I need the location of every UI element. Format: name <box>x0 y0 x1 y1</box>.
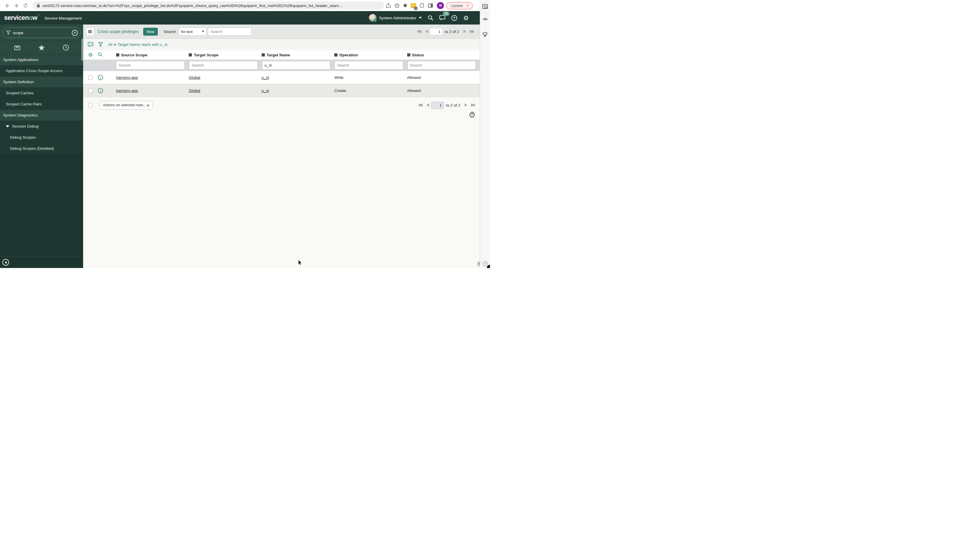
chrome-menu-icon[interactable]: ⋮ <box>466 4 469 7</box>
reload-icon[interactable] <box>22 2 29 9</box>
sidebar-scrollbar[interactable] <box>81 38 83 61</box>
settings-gear-icon[interactable]: ⚙ <box>463 15 469 21</box>
sidebar-item-scoped-caches[interactable]: Scoped Caches <box>0 88 83 99</box>
next-page-icon[interactable] <box>463 30 466 33</box>
sidebar-section-system-diagnostics[interactable]: System Diagnostics <box>0 110 83 121</box>
svg-text:?: ? <box>453 16 455 20</box>
cell-target-name-link[interactable]: u_st <box>262 75 269 80</box>
next-page-icon[interactable] <box>465 103 467 107</box>
column-search-toggle-icon[interactable] <box>98 52 116 58</box>
cell-source-scope-link[interactable]: harness-app <box>116 88 138 93</box>
side-panel-icon[interactable] <box>428 3 433 8</box>
lightbulb-icon[interactable] <box>482 31 488 38</box>
history-clock-icon[interactable] <box>63 45 69 51</box>
filter-navigator[interactable]: ✕ <box>2 27 81 38</box>
application-navigator: ✕ System Applications Application Cross-… <box>0 24 83 268</box>
all-applications-icon[interactable] <box>14 45 21 51</box>
list-action-bar: Actions on selected rows... ∨ to 2 of 2 <box>83 100 480 110</box>
bookmark-star-icon[interactable] <box>395 3 399 8</box>
clear-filter-icon[interactable]: ✕ <box>72 30 78 36</box>
breadcrumb-all-link[interactable]: All <box>108 42 112 47</box>
first-page-icon[interactable] <box>417 30 422 33</box>
response-time-icon[interactable] <box>469 111 475 119</box>
list-context-menu-button[interactable] <box>86 28 94 36</box>
list-title-link[interactable]: Cross scope privileges <box>98 29 139 34</box>
record-info-icon[interactable]: i <box>98 88 116 93</box>
navigator-filter-input[interactable] <box>13 31 69 35</box>
forward-icon[interactable] <box>13 2 20 9</box>
sidebar-item-scoped-cache-pairs[interactable]: Scoped Cache Pairs <box>0 99 83 110</box>
cell-target-scope-link[interactable]: Global <box>189 88 200 93</box>
page-number-input[interactable] <box>430 28 443 35</box>
rail-help-icon[interactable]: ? <box>483 261 488 266</box>
extension-flower-icon[interactable]: ❋ <box>403 3 407 9</box>
extension-yellow-icon[interactable]: •••3 <box>410 3 416 8</box>
list-search-input[interactable] <box>208 28 252 36</box>
select-all-checkbox[interactable] <box>88 103 93 107</box>
reader-view-icon[interactable] <box>482 3 488 10</box>
sidebar-section-system-definition[interactable]: System Definition <box>0 77 83 88</box>
filter-operation-input[interactable] <box>334 61 403 70</box>
new-record-button[interactable]: New <box>143 28 158 36</box>
filter-navigator-wrap: ✕ <box>0 24 83 41</box>
collapse-sidebar-button[interactable] <box>2 259 9 266</box>
filter-target-name-input[interactable] <box>262 61 330 70</box>
share-icon[interactable] <box>386 3 391 8</box>
chrome-update-button[interactable]: Update ⋮ <box>446 2 473 10</box>
sidebar-item-debug-scopes[interactable]: Debug Scopes <box>0 132 83 143</box>
breadcrumb-filter-link[interactable]: Target Name starts with u_st <box>118 42 167 47</box>
cell-target-scope-link[interactable]: Global <box>189 75 200 80</box>
previous-page-icon[interactable] <box>426 103 429 107</box>
browser-profile-avatar[interactable]: N <box>437 2 444 9</box>
filter-target-scope-input[interactable] <box>189 61 257 70</box>
sidebar-section-system-applications[interactable]: System Applications <box>0 54 83 65</box>
back-icon[interactable] <box>3 2 11 9</box>
page-number-input[interactable] <box>431 102 444 109</box>
user-menu[interactable]: System Administrator <box>369 14 422 22</box>
column-header-source-scope[interactable]: Source Scope <box>116 53 189 57</box>
actions-on-selected-rows-select[interactable]: Actions on selected rows... ∨ <box>100 101 153 110</box>
sidebar-item-application-cross-scope-access[interactable]: Application Cross-Scope Access <box>0 65 83 77</box>
cell-target-name-link[interactable]: u_st <box>262 88 269 93</box>
column-menu-icon <box>407 53 410 54</box>
cell-operation: Create <box>334 88 407 93</box>
row-checkbox[interactable] <box>88 75 93 80</box>
cell-source-scope-link[interactable]: harness-app <box>116 75 138 80</box>
breadcrumb-filter-icon[interactable] <box>98 42 103 47</box>
app-header: servicenow™ Service Management System Ad… <box>0 11 480 24</box>
column-header-target-scope[interactable]: Target Scope <box>189 53 261 57</box>
corner-widget[interactable] <box>487 265 490 268</box>
last-page-icon[interactable] <box>470 30 474 33</box>
column-menu-icon <box>334 53 337 54</box>
column-header-status[interactable]: Status <box>407 53 480 57</box>
last-page-icon[interactable] <box>471 103 476 107</box>
global-search-icon[interactable] <box>428 15 433 21</box>
sidebar-item-debug-scopes-detailed[interactable]: Debug Scopes (Detailed) <box>0 143 83 154</box>
column-header-operation[interactable]: Operation <box>334 53 407 57</box>
bottom-pagination: to 2 of 2 <box>418 102 476 109</box>
filter-source-scope-input[interactable] <box>116 61 185 70</box>
previous-page-icon[interactable] <box>425 30 428 33</box>
favorites-star-icon[interactable] <box>38 45 45 51</box>
list-toolbar: Cross scope privileges New Search for te… <box>83 24 480 39</box>
code-panel-icon[interactable]: </> <box>483 17 487 21</box>
search-type-select[interactable]: for text <box>179 28 207 36</box>
scrollbar-nub[interactable] <box>477 262 480 266</box>
list-personalize-gear-icon[interactable]: ⚙ <box>88 52 93 57</box>
top-pagination: to 2 of 2 <box>417 28 474 35</box>
navigator-tabs <box>0 41 83 54</box>
svg-text:i: i <box>100 89 101 92</box>
column-header-target-name[interactable]: Target Name <box>262 53 334 57</box>
row-checkbox[interactable] <box>88 88 93 93</box>
page-range-label: to 2 of 2 <box>445 29 459 34</box>
first-page-icon[interactable] <box>418 103 423 107</box>
extensions-puzzle-icon[interactable] <box>420 3 425 8</box>
conversations-icon[interactable]: 75 <box>439 15 445 21</box>
filter-status-input[interactable] <box>407 61 476 70</box>
address-bar[interactable]: ven03172.service-now.com/nav_to.do?uri=%… <box>33 2 384 10</box>
record-info-icon[interactable]: i <box>98 75 116 80</box>
sidebar-item-session-debug[interactable]: Session Debug <box>0 121 83 132</box>
help-icon[interactable]: ? <box>451 15 457 21</box>
cell-status: Allowed <box>407 88 480 93</box>
list-comments-icon[interactable] <box>88 42 93 47</box>
